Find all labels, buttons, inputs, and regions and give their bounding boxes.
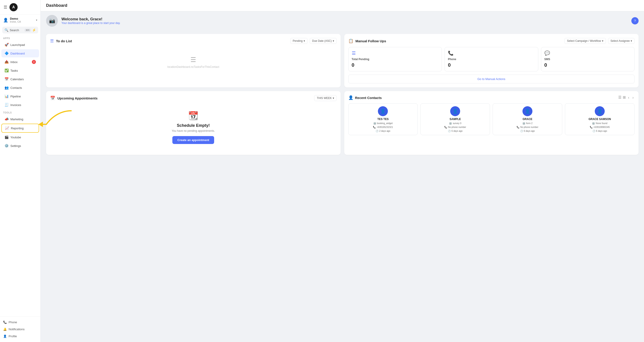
inbox-badge: 0: [32, 60, 36, 64]
chevron-down-icon-2: ▾: [333, 39, 334, 43]
appointments-icon: 📅: [50, 96, 55, 101]
select-campaign-label: Select Campaign / Workflow: [567, 39, 601, 43]
contact-card-sample[interactable]: 👤 SAMPLE 🏢 survey 0 📞 No phone number 🕐 …: [420, 103, 490, 135]
source-icon-gs: 🏢: [592, 122, 595, 125]
todo-title: To do List: [56, 39, 288, 43]
appointments-week-filter[interactable]: THIS WEEK ▾: [314, 95, 336, 101]
user-avatar: 📷: [46, 15, 58, 27]
contacts-icon: 👥: [4, 86, 8, 90]
marketing-icon: 📣: [4, 117, 8, 121]
sidebar-label-settings: Settings: [10, 144, 21, 148]
help-icon[interactable]: ?: [631, 17, 638, 25]
source-icon-sample: 🏢: [449, 122, 452, 125]
stat-phone: 📞 Phone 0: [444, 47, 538, 72]
apps-section-label: Apps: [0, 35, 40, 41]
todo-empty-icon: ☰: [190, 56, 196, 64]
contact-name-grace: GRACE: [523, 118, 532, 121]
source-icon: 🏢: [374, 122, 376, 125]
inbox-icon: 📥: [4, 60, 8, 64]
contact-card-grace[interactable]: 👤 GRACE 🏢 form 2 📞 No phone number 🕐 6 d…: [493, 103, 562, 135]
contact-avatar-grace: 👤: [522, 106, 532, 116]
select-campaign-button[interactable]: Select Campaign / Workflow ▾: [564, 38, 606, 44]
go-to-manual-actions-button[interactable]: Go to Manual Actions: [348, 75, 635, 83]
content-grid: ☰ To do List Pending ▾ Due Date (ASC) ▾ …: [41, 30, 644, 158]
next-contacts-button[interactable]: ›: [632, 95, 634, 100]
appointments-empty-icon: 📆: [188, 111, 198, 121]
sidebar-item-youtube[interactable]: 🎬 Youtube: [1, 133, 39, 141]
contact-time-grace-samson: 🕐 6 days ago: [592, 130, 607, 132]
profile-icon: 👤: [3, 334, 7, 338]
contact-card-tes-tes[interactable]: 👤 TES TES 🏢 booking_widget 📞 +6391652323…: [348, 103, 418, 135]
sidebar-item-profile[interactable]: 👤 Profile: [3, 333, 37, 340]
phone-icon-gs: 📞: [590, 126, 592, 128]
sidebar-item-invoices[interactable]: 🧾 Invoices: [1, 101, 39, 109]
contact-source-grace-samson: 🏢 None found: [592, 122, 608, 125]
select-assignee-button[interactable]: Select Assignee ▾: [608, 38, 634, 44]
contact-phone-grace-samson: 📞 +639108965345: [590, 126, 610, 128]
search-bar[interactable]: 🔍 Search ⌘K ⚡: [2, 27, 38, 34]
flash-icon: ⚡: [32, 28, 36, 32]
stat-sms: 💬 SMS 0: [541, 47, 635, 72]
stat-total-pending: ☰ Total Pending 0: [348, 47, 442, 72]
account-info: Demo Irvine, CA: [10, 17, 21, 23]
sidebar-item-tasks[interactable]: ✅ Tasks: [1, 67, 39, 75]
followups-icon: 📋: [348, 39, 353, 43]
contact-source-grace: 🏢 form 2: [522, 122, 532, 125]
contact-name-tes-tes: TES TES: [377, 118, 388, 121]
list-view-icon[interactable]: ☰: [618, 95, 622, 100]
sidebar-item-marketing[interactable]: 📣 Marketing: [1, 115, 39, 123]
sms-stat-label: SMS: [544, 58, 631, 61]
sidebar-label-calendars: Calendars: [10, 78, 24, 81]
contact-phone-sample: 📞 No phone number: [444, 126, 466, 128]
total-pending-icon: ☰: [352, 50, 439, 56]
account-switcher[interactable]: 👤 Demo Irvine, CA ▾: [0, 15, 40, 25]
sidebar-item-pipeline[interactable]: 📊 Pipeline: [1, 92, 39, 100]
phone-icon-grace: 📞: [516, 126, 519, 128]
sidebar-label-pipeline: Pipeline: [10, 95, 21, 98]
main-header: Dashboard: [41, 0, 644, 11]
followups-header: 📋 Manual Follow Ups Select Campaign / Wo…: [348, 38, 635, 44]
grid-view-icon[interactable]: ⊞: [623, 95, 626, 100]
sidebar-item-settings[interactable]: ⚙️ Settings: [1, 142, 39, 150]
sidebar-item-inbox[interactable]: 📥 Inbox 0: [1, 58, 39, 66]
todo-date-filter[interactable]: Due Date (ASC) ▾: [310, 38, 336, 44]
account-chevron-icon: ▾: [36, 19, 37, 22]
sidebar-item-calendars[interactable]: 📅 Calendars: [1, 75, 39, 83]
sms-stat-icon: 💬: [544, 50, 631, 56]
sidebar-item-reporting[interactable]: 📈 Reporting: [1, 124, 39, 133]
sidebar-logo-area: ☰ A: [0, 0, 40, 15]
appointments-card: 📅 Upcoming Appointments THIS WEEK ▾ 📆 Sc…: [46, 91, 341, 155]
contact-avatar-grace-samson: 👤: [595, 106, 605, 116]
contact-name-grace-samson: GRACE SAMSON: [588, 118, 611, 121]
contact-card-grace-samson[interactable]: 👤 GRACE SAMSON 🏢 None found 📞 +639108965…: [565, 103, 634, 135]
prev-contacts-button[interactable]: ‹: [627, 95, 630, 100]
welcome-banner: 📷 Welcome back, Grace! Your dashboard is…: [41, 11, 644, 30]
dashboard-icon: 🔷: [4, 51, 8, 55]
sidebar-label-reporting: Reporting: [11, 127, 24, 130]
hamburger-icon[interactable]: ☰: [4, 5, 7, 10]
contact-name-sample: SAMPLE: [450, 118, 461, 121]
todo-empty-text: locationDashboard.noTasksForThisContact: [168, 65, 219, 69]
sidebar-item-dashboard[interactable]: 🔷 Dashboard: [1, 49, 39, 57]
sidebar-label-launchpad: Launchpad: [10, 43, 25, 47]
followup-stats: ☰ Total Pending 0 📞 Phone 0 💬 SMS 0: [348, 47, 635, 72]
todo-icon: ☰: [50, 39, 54, 43]
contact-source-tes-tes: 🏢 booking_widget: [374, 122, 393, 125]
youtube-icon: 🎬: [4, 135, 8, 139]
sidebar-item-launchpad[interactable]: 🚀 Launchpad: [1, 41, 39, 49]
appointments-empty-state: 📆 Schedule Empty! You have no pending ap…: [50, 104, 336, 151]
appointments-empty-sub: You have no pending appointments.: [172, 129, 215, 132]
phone-stat-label: Phone: [448, 58, 535, 61]
create-appointment-button[interactable]: Create an appointment: [172, 136, 214, 144]
clock-icon-sample: 🕐: [448, 130, 451, 132]
view-toggle-icons: ☰ ⊞ ‹ ›: [618, 95, 634, 100]
sidebar-item-phone[interactable]: 📞 Phone: [3, 319, 37, 326]
todo-status-filter[interactable]: Pending ▾: [290, 38, 308, 44]
sidebar-item-contacts[interactable]: 👥 Contacts: [1, 84, 39, 92]
todo-empty-state: ☰ locationDashboard.noTasksForThisContac…: [50, 47, 336, 78]
search-icon: 🔍: [4, 28, 8, 32]
launchpad-icon: 🚀: [4, 43, 8, 47]
profile-label: Profile: [8, 334, 17, 338]
sidebar-item-notifications[interactable]: 🔔 Notifications: [3, 326, 37, 333]
phone-icon-tes: 📞: [373, 126, 376, 128]
